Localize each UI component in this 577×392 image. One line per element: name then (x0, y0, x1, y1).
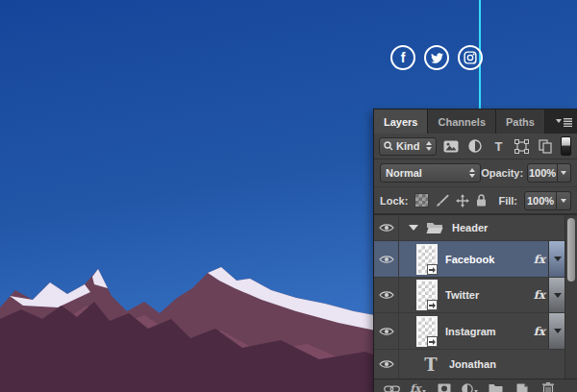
layer-list: Header Facebook (374, 215, 577, 379)
visibility-toggle[interactable] (374, 241, 399, 277)
visibility-toggle[interactable] (374, 313, 399, 349)
smart-object-badge-icon (427, 336, 438, 347)
facebook-icon[interactable]: f (390, 45, 415, 70)
new-layer-button[interactable] (509, 383, 535, 392)
layer-name: Instagram (445, 326, 496, 337)
filter-pixel-layers-icon[interactable] (442, 138, 461, 154)
layer-row-twitter[interactable]: Twitter fx (374, 278, 566, 313)
lock-all-icon[interactable] (476, 194, 487, 207)
visibility-toggle[interactable] (374, 215, 399, 240)
add-layer-mask-button[interactable] (431, 383, 457, 392)
layer-row-instagram[interactable]: Instagram fx (374, 313, 566, 350)
filter-smart-objects-icon[interactable] (537, 138, 555, 154)
lock-row: Lock: Fill: (374, 187, 577, 215)
search-icon (384, 141, 393, 151)
filter-type-layers-icon[interactable]: T (489, 138, 508, 154)
filter-shape-layers-icon[interactable] (514, 138, 532, 154)
kind-stepper-icon (426, 141, 432, 151)
add-layer-style-button[interactable]: fx (405, 382, 431, 392)
layer-thumbnail[interactable] (416, 316, 438, 347)
layer-name: Facebook (445, 254, 494, 265)
opacity-value-field[interactable]: 100% (527, 163, 558, 183)
opacity-label: Opacity: (481, 167, 523, 179)
eye-icon (379, 223, 394, 233)
visibility-toggle[interactable] (374, 350, 399, 379)
lock-paint-brush-icon[interactable] (436, 194, 449, 207)
link-layers-button[interactable] (379, 385, 405, 392)
chevron-down-icon (554, 257, 562, 261)
layer-row-header[interactable]: Header (374, 215, 566, 241)
eye-icon (379, 290, 394, 300)
eye-icon (379, 359, 394, 369)
scrollbar-thumb[interactable] (567, 218, 575, 282)
menu-glyph (556, 117, 572, 127)
layer-row-jonathan[interactable]: T Jonathan (374, 350, 566, 379)
layer-name: Jonathan (449, 358, 496, 370)
photoshop-workspace: f Layers Channels Paths (0, 0, 577, 392)
panel-menu-icon[interactable] (550, 110, 577, 134)
chevron-down-icon (561, 171, 566, 175)
chevron-down-icon (561, 199, 566, 203)
fill-value-field[interactable]: 100% (524, 191, 557, 210)
lock-transparency-icon[interactable] (414, 193, 429, 208)
canvas-social-icons: f (390, 45, 483, 70)
instagram-icon[interactable] (458, 45, 483, 70)
filter-adjustment-layers-icon[interactable] (466, 138, 485, 154)
disclosure-triangle-icon[interactable] (409, 225, 418, 231)
layer-filter-row: Kind T (374, 134, 577, 159)
filter-kind-label: Kind (396, 140, 419, 152)
lock-position-icon[interactable] (456, 194, 469, 208)
new-group-button[interactable] (483, 383, 509, 392)
fx-glyph: fx (410, 382, 420, 392)
filter-toggle-switch[interactable] (561, 136, 571, 156)
panel-bottom-bar: fx (374, 379, 577, 392)
blend-opacity-row: Normal Opacity: 100% (374, 159, 577, 187)
layer-thumbnail[interactable] (416, 280, 438, 310)
blend-stepper-icon (469, 168, 475, 178)
layer-fx-badge: fx (534, 325, 548, 338)
tab-paths[interactable]: Paths (496, 110, 545, 134)
layer-fx-badge: fx (534, 253, 548, 266)
layer-name: Header (452, 222, 488, 233)
blend-mode-select[interactable]: Normal (380, 163, 481, 183)
layer-list-scrollbar[interactable] (564, 215, 577, 379)
new-adjustment-layer-button[interactable] (457, 383, 483, 392)
opacity-dropdown-button[interactable] (558, 163, 571, 183)
layer-thumbnail[interactable] (416, 244, 438, 275)
twitter-icon[interactable] (424, 45, 449, 70)
group-folder-icon (426, 222, 444, 234)
facebook-glyph: f (401, 50, 406, 65)
smart-object-badge-icon (427, 264, 438, 275)
panel-tab-bar: Layers Channels Paths (374, 110, 577, 134)
visibility-toggle[interactable] (374, 278, 399, 312)
layer-row-facebook[interactable]: Facebook fx (374, 241, 566, 278)
fill-dropdown-button[interactable] (557, 191, 571, 210)
eye-icon (379, 327, 394, 336)
layer-name: Twitter (445, 289, 479, 301)
fill-label: Fill: (498, 195, 517, 207)
blend-mode-value: Normal (386, 167, 422, 179)
eye-icon (379, 255, 394, 264)
chevron-down-icon (554, 329, 562, 333)
tab-channels[interactable]: Channels (428, 110, 496, 134)
filter-kind-select[interactable]: Kind (379, 137, 437, 156)
lock-label: Lock: (380, 195, 408, 207)
layer-fx-badge: fx (534, 288, 548, 302)
instagram-camera-glyph (464, 51, 477, 64)
tab-layers[interactable]: Layers (374, 110, 428, 134)
smart-object-badge-icon (427, 300, 438, 310)
delete-layer-button[interactable] (535, 382, 561, 392)
chevron-down-icon (554, 293, 562, 298)
text-layer-thumbnail[interactable]: T (420, 355, 441, 375)
twitter-bird-glyph (431, 52, 443, 64)
layers-panel: Layers Channels Paths K (373, 109, 577, 392)
